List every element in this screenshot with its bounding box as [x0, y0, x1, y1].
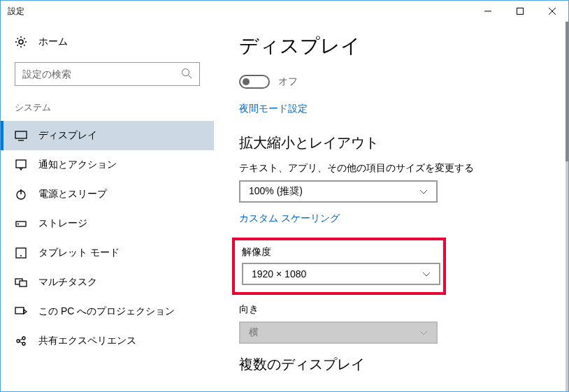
- night-mode-toggle-row: オフ: [239, 75, 552, 89]
- resolution-value: 1920 × 1080: [252, 268, 306, 280]
- window-title: 設定: [8, 6, 24, 17]
- home-button[interactable]: ホーム: [1, 36, 214, 62]
- custom-scaling-link[interactable]: カスタム スケーリング: [239, 212, 552, 225]
- titlebar: 設定: [1, 1, 568, 22]
- svg-rect-17: [20, 281, 27, 286]
- main-panel: ディスプレイ オフ 夜間モード設定 拡大縮小とレイアウト テキスト、アプリ、その…: [214, 22, 568, 391]
- maximize-button[interactable]: [504, 1, 536, 22]
- notification-icon: [15, 159, 27, 171]
- svg-rect-7: [15, 131, 27, 138]
- sidebar-item-power[interactable]: 電源とスリープ: [1, 180, 214, 209]
- svg-point-21: [22, 342, 25, 345]
- sidebar-item-tablet[interactable]: タブレット モード: [1, 238, 214, 268]
- scaling-section-title: 拡大縮小とレイアウト: [239, 133, 552, 152]
- search-box[interactable]: [15, 62, 200, 86]
- sidebar-item-multitask[interactable]: マルチタスク: [1, 268, 214, 297]
- display-icon: [15, 129, 27, 142]
- chevron-down-icon: [419, 328, 428, 337]
- svg-point-4: [19, 40, 23, 44]
- resolution-combo[interactable]: 1920 × 1080: [242, 263, 440, 285]
- storage-icon: [15, 217, 27, 230]
- night-mode-settings-link[interactable]: 夜間モード設定: [239, 103, 552, 115]
- share-icon: [15, 335, 27, 347]
- content: ホーム システム ディスプレイ 通知とアクション 電源とスリープ ストレージ: [1, 22, 568, 391]
- multi-display-section-title: 複数のディスプレイ: [239, 355, 552, 374]
- svg-line-6: [189, 75, 192, 78]
- multitask-icon: [15, 276, 27, 289]
- sidebar-item-display[interactable]: ディスプレイ: [1, 121, 214, 150]
- power-icon: [15, 188, 27, 201]
- svg-rect-18: [15, 307, 24, 314]
- svg-point-19: [17, 340, 20, 342]
- resolution-label: 解像度: [242, 246, 436, 259]
- category-label: システム: [1, 101, 214, 121]
- sidebar-item-label: 電源とスリープ: [38, 188, 107, 201]
- sidebar-item-label: マルチタスク: [38, 276, 97, 289]
- sidebar-item-label: タブレット モード: [38, 247, 120, 259]
- text-size-value: 100% (推奨): [249, 185, 303, 198]
- page-title: ディスプレイ: [239, 33, 552, 59]
- orientation-label: 向き: [239, 303, 552, 316]
- chevron-down-icon: [422, 270, 431, 278]
- gear-icon: [15, 36, 27, 48]
- sidebar-item-label: 通知とアクション: [38, 159, 117, 171]
- text-size-label: テキスト、アプリ、その他の項目のサイズを変更する: [239, 162, 552, 175]
- text-size-combo[interactable]: 100% (推奨): [239, 180, 438, 203]
- tablet-icon: [15, 247, 27, 259]
- sidebar-item-label: ディスプレイ: [38, 129, 97, 142]
- chevron-down-icon: [419, 187, 428, 196]
- sidebar-item-label: ストレージ: [38, 217, 87, 230]
- svg-rect-1: [517, 8, 524, 15]
- sidebar-item-notifications[interactable]: 通知とアクション: [1, 150, 214, 180]
- svg-point-15: [20, 255, 22, 256]
- svg-point-20: [22, 337, 25, 340]
- sidebar-item-projection[interactable]: この PC へのプロジェクション: [1, 297, 214, 326]
- close-button[interactable]: [536, 1, 568, 22]
- scrollbar[interactable]: [566, 22, 568, 391]
- night-mode-state: オフ: [278, 75, 298, 88]
- sidebar: ホーム システム ディスプレイ 通知とアクション 電源とスリープ ストレージ: [1, 22, 214, 391]
- search-icon: [181, 68, 192, 81]
- projection-icon: [15, 305, 27, 318]
- window-controls: [472, 1, 568, 22]
- sidebar-item-label: 共有エクスペリエンス: [38, 335, 136, 347]
- home-label: ホーム: [38, 36, 68, 48]
- svg-line-22: [20, 339, 22, 340]
- sidebar-item-storage[interactable]: ストレージ: [1, 209, 214, 238]
- svg-point-13: [17, 224, 19, 225]
- search-input[interactable]: [22, 68, 181, 80]
- sidebar-item-share[interactable]: 共有エクスペリエンス: [1, 326, 214, 347]
- orientation-value: 横: [249, 326, 259, 339]
- resolution-highlight: 解像度 1920 × 1080: [232, 238, 446, 295]
- sidebar-item-label: この PC へのプロジェクション: [38, 305, 175, 318]
- night-mode-toggle[interactable]: [239, 75, 270, 89]
- orientation-combo: 横: [239, 321, 438, 344]
- minimize-button[interactable]: [472, 1, 504, 22]
- svg-rect-9: [16, 160, 26, 168]
- svg-line-23: [20, 342, 22, 343]
- svg-point-5: [182, 68, 189, 75]
- scrollbar-thumb[interactable]: [566, 22, 568, 161]
